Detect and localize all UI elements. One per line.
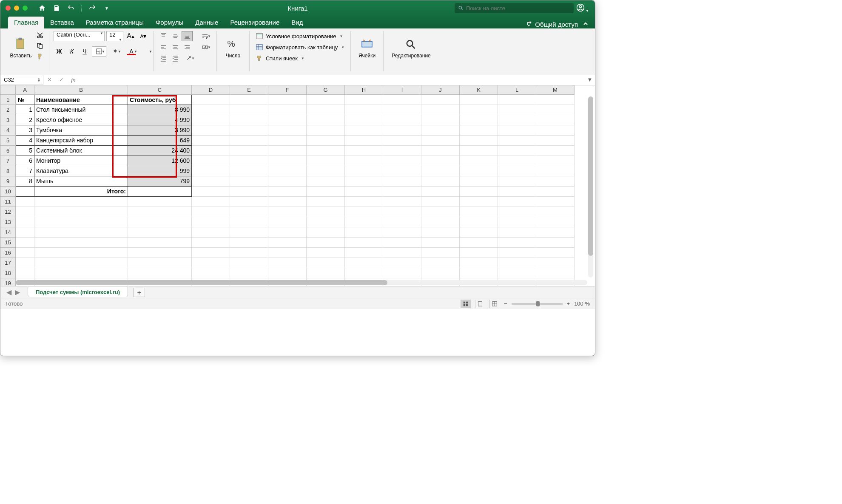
cell-I4[interactable]: [383, 125, 421, 136]
cell-L8[interactable]: [498, 166, 536, 176]
cell-E14[interactable]: [230, 227, 268, 238]
cell-B10[interactable]: Итого:: [34, 187, 128, 197]
horizontal-scrollbar-thumb[interactable]: [16, 280, 387, 285]
cell-L6[interactable]: [498, 146, 536, 156]
cell-C2[interactable]: 8 990: [128, 105, 192, 115]
sheet-nav-next-icon[interactable]: ▶: [13, 288, 22, 296]
cell-B18[interactable]: [34, 268, 128, 278]
cell-H9[interactable]: [345, 176, 383, 187]
redo-icon[interactable]: [88, 4, 97, 12]
select-all-corner[interactable]: [0, 85, 16, 95]
cell-B13[interactable]: [34, 217, 128, 227]
italic-button[interactable]: К: [66, 46, 77, 57]
cell-J14[interactable]: [421, 227, 460, 238]
cell-J18[interactable]: [421, 268, 460, 278]
search-box[interactable]: [455, 3, 574, 13]
cell-L14[interactable]: [498, 227, 536, 238]
column-header-F[interactable]: F: [268, 85, 307, 95]
cell-M7[interactable]: [536, 156, 575, 166]
cell-B9[interactable]: Мышь: [34, 176, 128, 187]
tab-page-layout[interactable]: Разметка страницы: [80, 17, 150, 28]
sheet-nav-prev-icon[interactable]: ◀: [5, 288, 13, 296]
cell-F5[interactable]: [268, 136, 307, 146]
cell-K11[interactable]: [460, 197, 498, 207]
cell-J9[interactable]: [421, 176, 460, 187]
cell-M11[interactable]: [536, 197, 575, 207]
cell-A6[interactable]: 5: [16, 146, 34, 156]
column-header-H[interactable]: H: [345, 85, 383, 95]
cell-G15[interactable]: [307, 238, 345, 248]
cell-L11[interactable]: [498, 197, 536, 207]
cell-E3[interactable]: [230, 115, 268, 125]
cell-H17[interactable]: [345, 258, 383, 268]
cell-M14[interactable]: [536, 227, 575, 238]
cell-E2[interactable]: [230, 105, 268, 115]
cell-J4[interactable]: [421, 125, 460, 136]
cell-C9[interactable]: 799: [128, 176, 192, 187]
cell-F17[interactable]: [268, 258, 307, 268]
cell-I13[interactable]: [383, 217, 421, 227]
fx-icon[interactable]: fx: [67, 75, 79, 85]
cell-M17[interactable]: [536, 258, 575, 268]
cell-B15[interactable]: [34, 238, 128, 248]
align-right-icon[interactable]: [182, 42, 193, 52]
formula-input[interactable]: [79, 75, 585, 85]
cell-A15[interactable]: [16, 238, 34, 248]
sheet-tab[interactable]: Подсчет суммы (microexcel.ru): [28, 287, 128, 297]
row-header-12[interactable]: 12: [0, 207, 16, 217]
decrease-font-icon[interactable]: A▾: [138, 31, 149, 41]
cell-I6[interactable]: [383, 146, 421, 156]
cell-I18[interactable]: [383, 268, 421, 278]
cell-J8[interactable]: [421, 166, 460, 176]
cell-L15[interactable]: [498, 238, 536, 248]
cell-E1[interactable]: [230, 95, 268, 105]
cell-E12[interactable]: [230, 207, 268, 217]
cell-E9[interactable]: [230, 176, 268, 187]
search-input[interactable]: [466, 5, 570, 11]
cell-E17[interactable]: [230, 258, 268, 268]
cell-E18[interactable]: [230, 268, 268, 278]
cell-E10[interactable]: [230, 187, 268, 197]
cell-C14[interactable]: [128, 227, 192, 238]
cell-F16[interactable]: [268, 248, 307, 258]
cell-F8[interactable]: [268, 166, 307, 176]
zoom-level[interactable]: 100 %: [574, 300, 590, 307]
tab-insert[interactable]: Вставка: [44, 17, 80, 28]
cell-A13[interactable]: [16, 217, 34, 227]
cell-G12[interactable]: [307, 207, 345, 217]
tab-review[interactable]: Рецензирование: [224, 17, 285, 28]
cell-J12[interactable]: [421, 207, 460, 217]
cell-H7[interactable]: [345, 156, 383, 166]
cell-K17[interactable]: [460, 258, 498, 268]
cell-F12[interactable]: [268, 207, 307, 217]
cell-D13[interactable]: [192, 217, 230, 227]
cell-D3[interactable]: [192, 115, 230, 125]
cell-K3[interactable]: [460, 115, 498, 125]
cell-E6[interactable]: [230, 146, 268, 156]
cell-A10[interactable]: [16, 187, 34, 197]
cell-G1[interactable]: [307, 95, 345, 105]
row-header-15[interactable]: 15: [0, 238, 16, 248]
cell-K16[interactable]: [460, 248, 498, 258]
row-header-10[interactable]: 10: [0, 187, 16, 197]
cell-D11[interactable]: [192, 197, 230, 207]
column-header-D[interactable]: D: [192, 85, 230, 95]
column-header-I[interactable]: I: [383, 85, 421, 95]
cell-K2[interactable]: [460, 105, 498, 115]
cell-D2[interactable]: [192, 105, 230, 115]
cell-A18[interactable]: [16, 268, 34, 278]
cell-M9[interactable]: [536, 176, 575, 187]
cell-D9[interactable]: [192, 176, 230, 187]
cell-K18[interactable]: [460, 268, 498, 278]
cell-E8[interactable]: [230, 166, 268, 176]
cell-M8[interactable]: [536, 166, 575, 176]
cell-A17[interactable]: [16, 258, 34, 268]
zoom-in-button[interactable]: +: [567, 300, 570, 307]
cell-L2[interactable]: [498, 105, 536, 115]
cell-H1[interactable]: [345, 95, 383, 105]
row-header-18[interactable]: 18: [0, 268, 16, 278]
close-window-button[interactable]: [6, 6, 11, 11]
row-header-6[interactable]: 6: [0, 146, 16, 156]
cell-H8[interactable]: [345, 166, 383, 176]
format-as-table-button[interactable]: Форматировать как таблицу▼: [254, 42, 346, 52]
